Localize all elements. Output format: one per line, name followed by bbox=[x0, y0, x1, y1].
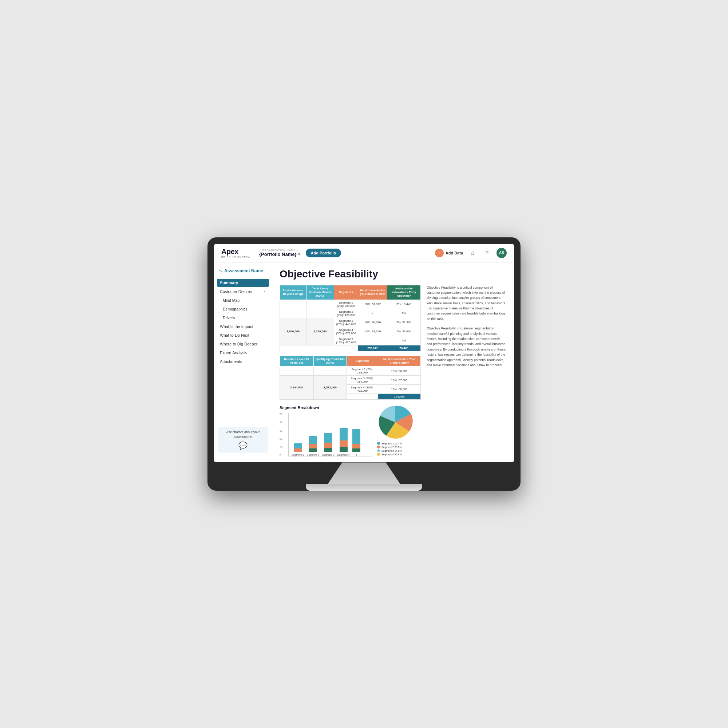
table1-cell: Segment 5 (19%): 425,600 bbox=[334, 336, 358, 345]
bar-chart-container: Segment Breakdown 50 40 30 20 10 0 bbox=[280, 405, 371, 456]
bar-group-s1: Segment 1 bbox=[292, 444, 304, 456]
content-right: Objective Feasibility is a critical comp… bbox=[427, 285, 507, 457]
bar-segment bbox=[324, 433, 332, 443]
add-portfolio-button[interactable]: Add Portfolio bbox=[306, 249, 341, 257]
content-grid: Residents over 18 years of age Tech Savv… bbox=[280, 285, 507, 457]
table1-cell: 7% bbox=[387, 309, 421, 318]
sidebar-item-mind-map[interactable]: Mind Map bbox=[217, 296, 269, 304]
bar-group-s4: Segment 4 bbox=[337, 428, 350, 456]
bar-stack bbox=[340, 428, 348, 452]
table1-cell: Segment 2 (9%): 425,600 bbox=[334, 309, 358, 318]
table1-total-col5: 78,400 bbox=[387, 345, 421, 351]
table2-cell: 19%: 36,000 bbox=[378, 367, 421, 376]
table2-total: 153,000 bbox=[378, 394, 421, 400]
bar-stack bbox=[294, 444, 302, 452]
chatbot-label: Ask chatbot about your assessment! bbox=[220, 430, 265, 439]
table1-col1-header: Residents over 18 years of age bbox=[280, 285, 306, 300]
bar-stack bbox=[324, 433, 332, 452]
layers-icon[interactable]: ≡ bbox=[482, 248, 492, 258]
page-title: Objective Feasibility bbox=[280, 268, 507, 280]
pie-legend: Segment 1 12.7% Segment 2 23.8% Segment … bbox=[377, 442, 421, 456]
chevron-down-icon: ▾ bbox=[298, 252, 300, 256]
segment-breakdown-title: Segment Breakdown bbox=[280, 405, 371, 410]
sidebar-item-summary[interactable]: Summary bbox=[217, 279, 269, 287]
logo-area: Apex Briefing System bbox=[221, 248, 251, 258]
portfolio-name-text: {Portfolio Name} bbox=[259, 252, 297, 257]
sidebar-item-impact[interactable]: What Is the Impact bbox=[217, 323, 269, 330]
table2-cell: Segment 3 (20%): 314,000 bbox=[347, 376, 378, 385]
table2-cell: 18%: 57,000 bbox=[378, 376, 421, 385]
bar-label-s1: Segment 1 bbox=[292, 454, 304, 456]
monitor-base bbox=[306, 484, 422, 491]
sidebar-item-label: Drivers bbox=[223, 316, 235, 320]
avatar[interactable]: AS bbox=[497, 248, 507, 258]
add-data-button[interactable]: ↑ Add Data bbox=[435, 249, 463, 257]
table2-total-label bbox=[347, 394, 378, 400]
legend-dot bbox=[377, 442, 380, 445]
pie-chart-svg bbox=[377, 404, 413, 440]
sidebar-item-attachments[interactable]: Attachments bbox=[217, 358, 269, 366]
assessment-title-area: 〜 Assessment Name bbox=[214, 268, 272, 279]
sidebar-item-drivers[interactable]: Drivers bbox=[217, 314, 269, 322]
table1-col5-header: Addressable Innovators / Early Adopters* bbox=[387, 285, 421, 300]
description-text-2: Objective Feasibility in customer segmen… bbox=[427, 326, 507, 368]
sidebar-item-label: Expert Analysis bbox=[220, 350, 247, 355]
app-header: Apex Briefing System < ORGANIZATION NAME… bbox=[214, 244, 514, 262]
sidebar-item-demographics[interactable]: Demographics bbox=[217, 305, 269, 313]
chatbot-box[interactable]: Ask chatbot about your assessment! 💬 bbox=[218, 427, 268, 453]
table2-cell-residents: 3,144,000 bbox=[280, 376, 314, 400]
legend-label: Segment 4 26.6% bbox=[381, 453, 402, 456]
org-label: < ORGANIZATION NAME > bbox=[259, 249, 300, 252]
upload-icon: ↑ bbox=[435, 249, 444, 257]
table1-col4-header: Most interested in your brand's offer bbox=[358, 285, 387, 300]
sidebar-item-customer-desires[interactable]: Customer Desires ✓ bbox=[217, 288, 269, 295]
table1-cell bbox=[280, 300, 306, 309]
bar-label-s3: Segment 3 bbox=[322, 454, 335, 456]
monitor-stand bbox=[327, 462, 401, 484]
bar-segment bbox=[294, 444, 302, 448]
table2-cell: Segment 4 (30%): 472,000 bbox=[347, 385, 378, 394]
table1-cell: Segment 3 (20%): 448,000 bbox=[334, 318, 358, 327]
app-body: 〜 Assessment Name Summary Customer Desir… bbox=[214, 262, 514, 463]
bar-label-s5: 5 bbox=[356, 454, 357, 456]
sidebar-item-label: Summary bbox=[220, 281, 238, 285]
portfolio-selector[interactable]: {Portfolio Name} ▾ bbox=[259, 252, 300, 257]
bar-stack bbox=[309, 436, 317, 452]
assessment-name: Assessment Name bbox=[224, 268, 263, 274]
main-content: Objective Feasibility Residents over 18 … bbox=[272, 262, 514, 463]
table2-col1-header: Residents over 18 years old bbox=[280, 356, 314, 367]
table1-cell: 5%: 13,440 bbox=[387, 300, 421, 309]
y-label-10: 10 bbox=[280, 446, 283, 448]
portfolio-area: < ORGANIZATION NAME > {Portfolio Name} ▾ bbox=[259, 249, 300, 257]
sidebar-item-label: Attachments bbox=[220, 359, 242, 364]
home-icon[interactable]: ⌂ bbox=[467, 248, 477, 258]
table2-cell-qualifying: 1,572,000 bbox=[314, 376, 347, 400]
bar-segment bbox=[352, 429, 360, 444]
table1-cell bbox=[280, 309, 306, 318]
table1-cell bbox=[358, 336, 387, 345]
bar-segment bbox=[324, 443, 332, 448]
y-label-40: 40 bbox=[280, 421, 283, 424]
legend-label: Segment 2 23.8% bbox=[381, 446, 402, 448]
pie-chart-container: Segment 1 12.7% Segment 2 23.8% Segment … bbox=[377, 404, 421, 456]
table2-col3-header: Segments bbox=[347, 356, 378, 367]
table-row: Segment 1 (2%): 189,000 19%: 36,000 bbox=[280, 367, 421, 376]
bar-segment bbox=[340, 440, 348, 447]
header-right: ↑ Add Data ⌂ ≡ AS bbox=[435, 248, 507, 258]
table1-cell: Segment 1 (2%): 268,800 bbox=[334, 300, 358, 309]
sidebar-item-label: What Is the Impact bbox=[220, 324, 253, 329]
sidebar-item-what-to-do[interactable]: What to Do Next bbox=[217, 331, 269, 339]
sidebar-item-label: Demographics bbox=[223, 307, 248, 311]
table1-cell: 7% bbox=[387, 336, 421, 345]
sidebar-item-where-to-dig[interactable]: Where to Dig Deeper bbox=[217, 340, 269, 348]
table2-cell: Segment 1 (2%): 189,000 bbox=[347, 367, 378, 376]
table1-cell: 7%: 31,360 bbox=[387, 318, 421, 327]
legend-dot bbox=[377, 445, 380, 448]
sidebar-navigation: Summary Customer Desires ✓ Mind Map Demo… bbox=[214, 279, 272, 366]
sidebar-item-expert-analysis[interactable]: Expert Analysis bbox=[217, 349, 269, 357]
legend-label: Segment 1 12.7% bbox=[381, 442, 402, 445]
bar-label-s4: Segment 4 bbox=[337, 454, 350, 456]
table2-cell bbox=[280, 367, 314, 376]
bar-segment bbox=[340, 428, 348, 440]
table1-cell bbox=[306, 300, 334, 309]
